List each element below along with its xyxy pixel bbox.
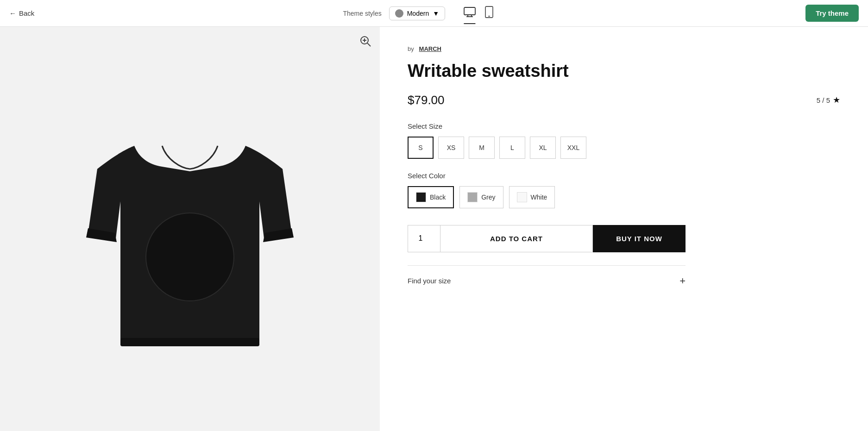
zoom-icon (359, 35, 371, 47)
zoom-icon-button[interactable] (359, 35, 371, 50)
color-button-grey[interactable]: Grey (459, 186, 503, 208)
mobile-icon (485, 6, 493, 18)
svg-rect-10 (120, 338, 259, 346)
price-row: $79.00 5 / 5 ★ (408, 93, 840, 107)
cart-border-wrap: 1 ADD TO CART (408, 225, 593, 252)
mobile-view-button[interactable] (481, 3, 497, 23)
style-dropdown[interactable]: Modern ▼ (389, 6, 445, 20)
svg-line-7 (367, 43, 371, 46)
chevron-down-icon: ▼ (433, 10, 439, 17)
black-label: Black (430, 194, 446, 201)
grey-swatch (467, 192, 478, 202)
svg-point-11 (146, 213, 234, 301)
white-label: White (531, 194, 547, 201)
svg-rect-0 (464, 7, 475, 15)
color-label: Select Color (408, 172, 840, 180)
cart-buttons: 1 ADD TO CART BUY IT NOW (408, 225, 686, 252)
find-size-row[interactable]: Find your size + (408, 265, 686, 287)
brand-prefix: by (408, 45, 414, 52)
size-options: S XS M L XL XXL (408, 137, 840, 159)
back-button[interactable]: ← Back (9, 9, 34, 17)
rating: 5 / 5 ★ (817, 95, 840, 105)
topbar: ← Back Theme styles Modern ▼ Try theme (0, 0, 868, 27)
size-button-l[interactable]: L (499, 137, 525, 159)
black-swatch (416, 192, 426, 202)
size-section: Select Size S XS M L XL XXL (408, 122, 840, 159)
quantity-input[interactable]: 1 (408, 225, 440, 252)
style-dot-icon (395, 9, 403, 18)
size-button-m[interactable]: M (469, 137, 495, 159)
star-icon: ★ (833, 95, 840, 105)
back-label: Back (19, 9, 34, 17)
brand-line: by MARCH (408, 45, 840, 52)
buy-now-button[interactable]: BUY IT NOW (593, 225, 686, 252)
theme-styles-label: Theme styles (343, 10, 381, 17)
desktop-icon (464, 7, 476, 17)
style-dropdown-label: Modern (407, 10, 429, 17)
size-button-xs[interactable]: XS (438, 137, 464, 159)
product-image-panel (0, 27, 380, 431)
product-price: $79.00 (408, 93, 445, 107)
desktop-view-button[interactable] (460, 3, 479, 23)
find-size-label: Find your size (408, 277, 451, 285)
product-details: by MARCH Writable sweatshirt $79.00 5 / … (380, 27, 868, 431)
product-image (60, 86, 320, 373)
size-button-s[interactable]: S (408, 137, 434, 159)
chevron-left-icon: ← (9, 9, 16, 17)
color-options: Black Grey White (408, 186, 840, 208)
color-section: Select Color Black Grey White (408, 172, 840, 208)
color-button-white[interactable]: White (509, 186, 555, 208)
size-button-xl[interactable]: XL (530, 137, 556, 159)
white-swatch (517, 192, 527, 202)
device-icons (460, 3, 497, 23)
color-button-black[interactable]: Black (408, 186, 454, 208)
main-layout: by MARCH Writable sweatshirt $79.00 5 / … (0, 27, 868, 431)
try-theme-button[interactable]: Try theme (805, 5, 859, 22)
brand-link[interactable]: MARCH (419, 45, 441, 52)
plus-icon: + (679, 275, 686, 287)
size-button-xxl[interactable]: XXL (560, 137, 586, 159)
size-label: Select Size (408, 122, 840, 130)
product-title: Writable sweatshirt (408, 61, 840, 82)
grey-label: Grey (481, 194, 495, 201)
rating-value: 5 / 5 (817, 96, 830, 104)
add-to-cart-button[interactable]: ADD TO CART (440, 225, 592, 252)
